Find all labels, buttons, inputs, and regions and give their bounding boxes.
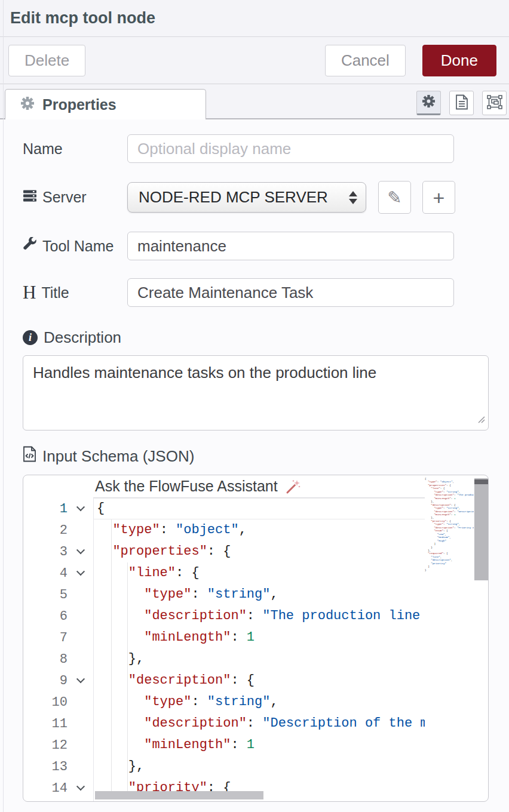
cancel-button[interactable]: Cancel [325,45,406,76]
code-line[interactable]: 5 "type": "string", [23,584,425,605]
code-text: }, [94,756,144,777]
tool-name-label: Tool Name [23,237,127,255]
code-text: "minLength": 1 [94,627,254,648]
fold-chevron-icon[interactable] [68,546,94,557]
server-select-value: NODE-RED MCP SERVER [139,188,344,207]
line-number: 3 [23,545,68,559]
fold-chevron-icon[interactable] [68,675,94,686]
server-label: Server [23,189,127,207]
editor-code-rows[interactable]: 1{2 "type": "object",3 "properties": {4 … [23,498,425,802]
plus-icon: + [433,187,445,208]
code-line[interactable]: 12 "minLength": 1 [23,734,425,756]
code-line[interactable]: 9 "description": { [23,670,425,691]
code-text: "type": "string", [94,691,278,713]
code-line[interactable]: 6 "description": "The production line wh… [23,605,425,627]
document-icon [455,94,468,112]
properties-panel-button[interactable] [416,91,441,115]
editor-horizontal-scrollbar[interactable] [95,791,263,799]
gear-icon [20,96,35,113]
line-number: 10 [23,695,68,710]
code-text: }, [94,648,144,670]
line-number: 11 [23,716,68,731]
description-panel-button[interactable] [449,91,474,115]
code-text: "description": "Description of the maint… [94,713,425,734]
tab-properties-label: Properties [42,96,116,113]
code-text: "type": "object", [94,519,247,541]
line-number: 9 [23,673,68,688]
name-label: Name [23,140,127,158]
editor-vertical-scrollbar[interactable] [474,478,489,580]
appearance-panel-button[interactable] [482,91,507,115]
line-number: 1 [23,502,68,516]
tab-properties[interactable]: Properties [5,89,206,119]
assistant-label: Ask the FlowFuse Assistant [95,478,278,495]
code-line[interactable]: 4 "line": { [23,562,425,584]
tab-bar: Properties [0,84,509,119]
code-line[interactable]: 2 "type": "object", [23,519,425,541]
code-text: { [94,498,105,519]
line-number: 2 [23,523,68,538]
pencil-icon: ✎ [387,187,401,208]
file-code-icon [23,446,36,466]
name-row: Name [0,134,509,163]
code-line[interactable]: 7 "minLength": 1 [23,627,425,648]
delete-button[interactable]: Delete [8,45,85,76]
assistant-bar[interactable]: Ask the FlowFuse Assistant [93,475,425,498]
heading-icon: H [23,282,36,303]
dialog-button-bar: Delete Cancel Done [0,37,509,84]
dialog-edge [3,0,4,812]
dialog-header: Edit mcp tool node [0,0,509,37]
magic-wand-icon [285,479,301,494]
resize-handle-icon[interactable] [477,415,485,426]
description-label: i Description [0,328,509,347]
line-number: 13 [23,759,68,774]
code-line[interactable]: 10 "type": "string", [23,691,425,713]
appearance-icon [487,95,502,112]
tool-name-row: Tool Name [0,232,509,260]
line-number: 6 [23,609,68,624]
editor-minimap[interactable]: { "type": "object", "properties": { "lin… [425,477,474,799]
properties-form: Name Server NODE-RED [0,119,509,812]
title-label: H Title [23,282,127,303]
line-number: 5 [23,588,68,602]
editor-scroll-decoration [474,479,489,484]
line-number: 4 [23,566,68,581]
add-server-button[interactable]: + [422,181,455,214]
input-schema-label: Input Schema (JSON) [0,446,509,466]
code-text: "minLength": 1 [94,734,254,756]
json-schema-editor[interactable]: Ask the FlowFuse Assistant 1{2 "type": "… [23,475,489,802]
code-text: "type": "string", [94,584,278,605]
server-select[interactable]: NODE-RED MCP SERVER [127,182,366,213]
server-row: Server NODE-RED MCP SERVER ✎ + [0,181,509,214]
tool-name-input[interactable] [127,232,454,260]
dialog-title: Edit mcp tool node [10,9,155,27]
code-line[interactable]: 8 }, [23,648,425,670]
code-line[interactable]: 1{ [23,498,425,519]
line-number: 7 [23,630,68,645]
fold-chevron-icon[interactable] [68,503,94,514]
title-input[interactable] [127,278,454,307]
select-spinner-icon [349,191,357,204]
edit-node-dialog: Edit mcp tool node Delete Cancel Done Pr… [0,0,509,812]
server-icon [23,189,37,207]
code-text: "properties": { [94,541,231,562]
edit-server-button[interactable]: ✎ [378,181,411,214]
code-line[interactable]: 11 "description": "Description of the ma… [23,713,425,734]
code-text: "description": "The production line wher… [94,605,425,627]
fold-chevron-icon[interactable] [68,568,94,579]
line-number: 12 [23,738,68,753]
line-number: 14 [23,781,68,796]
fold-chevron-icon[interactable] [68,783,94,793]
name-input[interactable] [127,134,454,163]
gear-icon [422,94,436,110]
wrench-icon [23,237,37,255]
code-line[interactable]: 3 "properties": { [23,541,425,562]
code-text: "description": { [94,670,254,691]
info-icon: i [23,330,38,345]
done-button[interactable]: Done [422,45,496,76]
line-number: 8 [23,652,68,667]
code-text: "line": { [94,562,200,584]
title-row: H Title [0,278,509,307]
code-line[interactable]: 13 }, [23,756,425,777]
description-textarea[interactable]: Handles maintenance tasks on the product… [23,355,489,430]
